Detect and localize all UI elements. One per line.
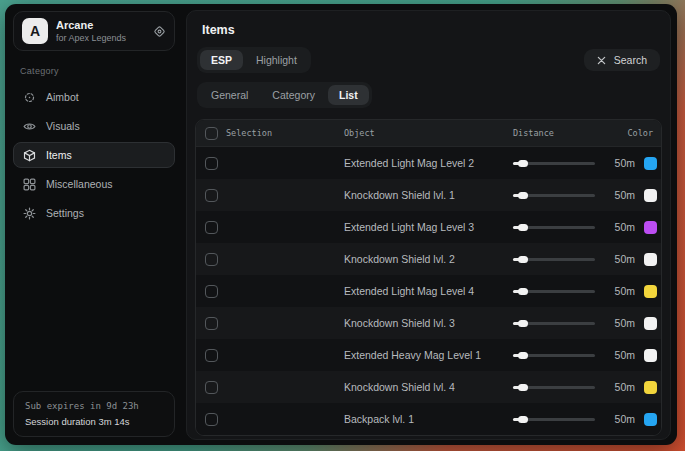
tab-esp[interactable]: ESP [200,50,243,70]
sidebar-nav: Aimbot Visuals Items Miscellaneous Setti… [13,84,175,226]
main-panel: Items ESPHighlight Search GeneralCategor… [186,10,671,440]
slider-thumb[interactable] [518,288,528,295]
sidebar-item-aimbot[interactable]: Aimbot [13,84,175,110]
cube-icon [23,149,36,162]
session-duration-text: Session duration 3m 14s [25,416,163,427]
distance-slider[interactable] [513,162,595,165]
toolbar: ESPHighlight Search [195,47,662,73]
app-name: Arcane [56,19,126,31]
distance-slider[interactable] [513,354,595,357]
sidebar-item-label: Aimbot [46,91,79,103]
object-name: Backpack lvl. 1 [344,413,513,425]
table-row: Knockdown Shield lvl. 4 50m [196,371,661,403]
object-name: Knockdown Shield lvl. 1 [344,189,513,201]
color-swatch[interactable] [644,381,657,394]
distance-value: 50m [599,381,635,393]
mode-tab-group: ESPHighlight [197,47,311,73]
color-swatch[interactable] [644,317,657,330]
sub-expires-text: Sub expires in 9d 23h [25,401,163,411]
color-swatch[interactable] [644,157,657,170]
row-checkbox[interactable] [205,253,218,266]
sidebar: A Arcane for Apex Legends Category Aimbo… [5,4,183,445]
distance-slider[interactable] [513,386,595,389]
sidebar-item-visuals[interactable]: Visuals [13,113,175,139]
app-subtitle: for Apex Legends [56,33,126,43]
slider-thumb[interactable] [518,256,528,263]
tab-list[interactable]: List [328,85,369,105]
diamond-badge-icon[interactable] [153,25,166,38]
app-header-card: A Arcane for Apex Legends [13,11,175,51]
distance-value: 50m [599,253,635,265]
color-swatch[interactable] [644,253,657,266]
distance-slider[interactable] [513,226,595,229]
slider-thumb[interactable] [518,384,528,391]
table-row: Knockdown Shield lvl. 2 50m [196,243,661,275]
distance-slider[interactable] [513,322,595,325]
table-row: Extended Heavy Mag Level 1 50m [196,339,661,371]
search-button[interactable]: Search [584,49,660,71]
tab-category[interactable]: Category [261,85,326,105]
table-header-row: Selection Object Distance Color [196,120,661,147]
distance-value: 50m [599,157,635,169]
slider-thumb[interactable] [518,352,528,359]
app-window: A Arcane for Apex Legends Category Aimbo… [5,4,677,445]
row-checkbox[interactable] [205,189,218,202]
view-tab-group: GeneralCategoryList [197,82,372,108]
table-body: Extended Light Mag Level 2 50m Knockdown… [196,147,661,435]
slider-thumb[interactable] [518,320,528,327]
distance-value: 50m [599,285,635,297]
tab-general[interactable]: General [200,85,259,105]
distance-slider[interactable] [513,194,595,197]
row-checkbox[interactable] [205,317,218,330]
table-row: Extended Light Mag Level 2 50m [196,147,661,179]
slider-thumb[interactable] [518,416,528,423]
distance-slider[interactable] [513,418,595,421]
distance-value: 50m [599,413,635,425]
row-checkbox[interactable] [205,413,218,426]
color-swatch[interactable] [644,285,657,298]
sidebar-item-label: Miscellaneous [46,178,113,190]
sidebar-item-items[interactable]: Items [13,142,175,168]
table-row: Extended Light Mag Level 4 50m [196,275,661,307]
distance-slider[interactable] [513,258,595,261]
row-checkbox[interactable] [205,381,218,394]
gear-icon [23,207,36,220]
grid-icon [23,178,36,191]
slider-thumb[interactable] [518,192,528,199]
row-checkbox[interactable] [205,221,218,234]
header-object: Object [344,128,513,138]
app-logo: A [22,18,48,44]
tab-highlight[interactable]: Highlight [245,50,308,70]
object-name: Extended Light Mag Level 3 [344,221,513,233]
eye-icon [23,120,36,133]
distance-slider[interactable] [513,290,595,293]
distance-value: 50m [599,349,635,361]
color-swatch[interactable] [644,413,657,426]
table-row: Extended Light Mag Level 3 50m [196,211,661,243]
row-checkbox[interactable] [205,285,218,298]
sidebar-item-settings[interactable]: Settings [13,200,175,226]
x-icon [597,56,606,65]
object-name: Knockdown Shield lvl. 4 [344,381,513,393]
header-distance: Distance [513,128,599,138]
subscription-info-card: Sub expires in 9d 23h Session duration 3… [13,391,175,437]
color-swatch[interactable] [644,189,657,202]
header-selection: Selection [226,128,344,138]
slider-thumb[interactable] [518,224,528,231]
table-row: Knockdown Shield lvl. 3 50m [196,307,661,339]
row-checkbox[interactable] [205,157,218,170]
object-name: Extended Light Mag Level 2 [344,157,513,169]
object-name: Extended Heavy Mag Level 1 [344,349,513,361]
sidebar-item-miscellaneous[interactable]: Miscellaneous [13,171,175,197]
color-swatch[interactable] [644,221,657,234]
distance-value: 50m [599,317,635,329]
sidebar-item-label: Settings [46,207,84,219]
slider-thumb[interactable] [518,160,528,167]
color-swatch[interactable] [644,349,657,362]
table-row: Backpack lvl. 1 50m [196,403,661,435]
row-checkbox[interactable] [205,349,218,362]
view-tabs-row: GeneralCategoryList [195,82,662,108]
items-table: Selection Object Distance Color Extended… [195,119,662,436]
select-all-checkbox[interactable] [205,127,218,140]
search-button-label: Search [614,54,647,66]
